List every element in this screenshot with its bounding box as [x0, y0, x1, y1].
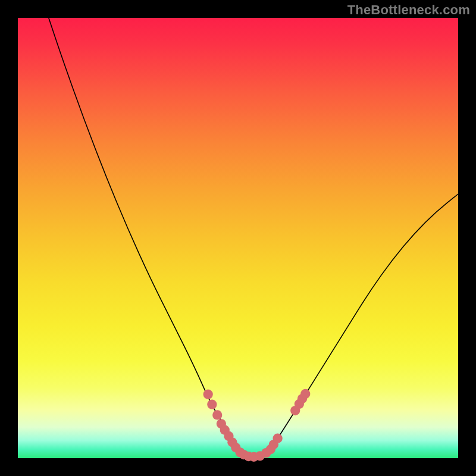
chart-frame: TheBottleneck.com: [0, 0, 476, 476]
data-marker: [300, 389, 310, 399]
plot-area: [18, 18, 458, 458]
chart-svg: [18, 18, 458, 458]
bottleneck-curve: [49, 18, 458, 458]
data-marker: [203, 390, 213, 399]
watermark-text: TheBottleneck.com: [347, 2, 470, 18]
data-marker: [273, 434, 282, 443]
data-marker: [212, 410, 222, 419]
data-marker: [207, 400, 217, 409]
